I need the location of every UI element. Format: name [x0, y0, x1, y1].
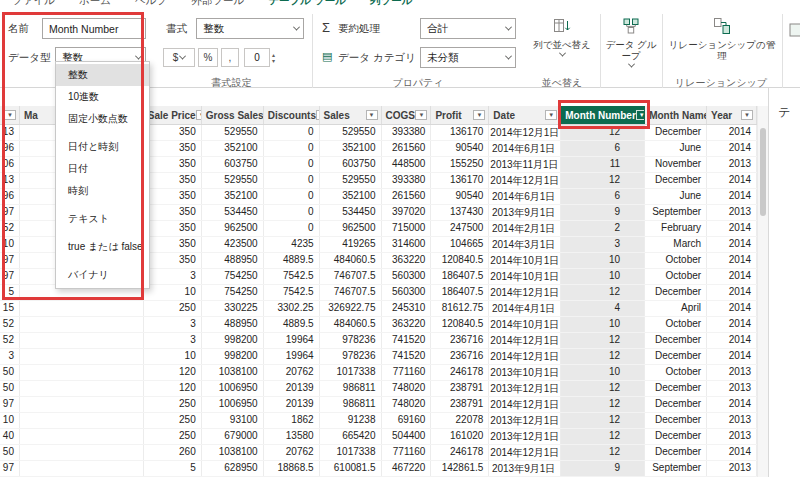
percent-button[interactable]: % [198, 48, 218, 67]
table-cell: 10 [0, 237, 20, 252]
vertical-scrollbar[interactable] [757, 106, 768, 477]
datatype-option[interactable]: 固定小数点数 [56, 108, 149, 130]
manage-relationships-button[interactable]: リレーションシップの管理 [668, 17, 776, 73]
table-cell [20, 397, 144, 412]
table-cell: 2014年12月1日 [489, 125, 561, 140]
table-row[interactable]: 152503302253302.25326922.7524531081612.7… [0, 301, 757, 317]
ribbon-tab[interactable]: ホーム [79, 0, 111, 7]
table-row[interactable]: 5012010381002076210173387711602461782013… [0, 365, 757, 381]
column-header-label: Profit [435, 110, 461, 121]
ribbon-tab[interactable]: テーブル ツール [268, 0, 346, 7]
table-cell: 20762 [264, 365, 320, 380]
table-cell [20, 429, 144, 444]
table-cell: 97 [0, 461, 20, 476]
datatype-option[interactable]: バイナリ [56, 264, 149, 286]
scrollbar-thumb[interactable] [760, 128, 766, 216]
column-header-cogs[interactable]: COGS▼ [382, 106, 432, 124]
table-cell: 484060.5 [320, 317, 382, 332]
table-cell: 350 [144, 253, 202, 268]
table-cell: 81612.75 [431, 301, 489, 316]
ribbon-tab[interactable]: 列ツール [370, 0, 413, 7]
table-cell: 3 [144, 317, 202, 332]
table-row[interactable]: 972501006950201399868117480202387912014年… [0, 397, 757, 413]
table-cell: 6 [561, 189, 645, 204]
ribbon-tab[interactable]: ヘルプ [135, 0, 167, 7]
category-combobox[interactable]: 未分類 [420, 47, 516, 68]
table-cell: 2014 [707, 285, 757, 300]
datatype-option[interactable]: 時刻 [56, 180, 149, 202]
table-cell: 746707.5 [320, 269, 382, 284]
table-cell: 12 [561, 381, 645, 396]
fields-pane-collapsed[interactable]: テ [768, 88, 800, 477]
column-header-profit[interactable]: Profit▼ [431, 106, 489, 124]
table-cell: 603750 [202, 157, 264, 172]
table-cell: 962500 [320, 221, 382, 236]
thousands-separator-button[interactable]: , [221, 48, 239, 67]
chevron-down-icon [558, 50, 565, 57]
filter-dropdown-icon[interactable]: ▼ [473, 110, 485, 120]
data-groups-button[interactable]: データ グループ [602, 17, 660, 73]
datatype-option[interactable]: 日付と時刻 [56, 136, 149, 158]
column-header-sales[interactable]: Sales▼ [320, 106, 382, 124]
table-cell: 350 [144, 173, 202, 188]
table-row[interactable]: 501201006950201399868117480202387912013年… [0, 381, 757, 397]
table-cell: 1017338 [320, 445, 382, 460]
filter-dropdown-icon[interactable]: ▼ [636, 110, 645, 120]
table-row[interactable]: 40250679000135806654205044001610202013年1… [0, 429, 757, 445]
spinner-arrows-icon[interactable]: ▴▾ [272, 52, 275, 64]
table-cell: 393380 [382, 125, 432, 140]
datatype-option[interactable]: 整数 [56, 64, 149, 86]
pane-title: テ [769, 104, 800, 121]
filter-dropdown-icon[interactable]: ▼ [415, 110, 427, 120]
currency-button[interactable]: $ [163, 48, 195, 67]
table-cell: June [645, 141, 707, 156]
column-header-date[interactable]: Date▼ [489, 106, 561, 124]
datatype-option[interactable]: true または false [56, 236, 149, 258]
table-cell: 2 [561, 221, 645, 236]
column-name-input[interactable]: Month Number [42, 18, 146, 39]
summarization-combobox[interactable]: 合計 [420, 18, 516, 39]
datatype-option[interactable]: テキスト [56, 208, 149, 230]
ribbon-tab[interactable]: 外部ツール [191, 0, 244, 7]
table-row[interactable]: 102509310018629123869160220782013年12月1日1… [0, 413, 757, 429]
sort-by-column-button[interactable]: 列で並べ替え [528, 17, 596, 73]
decimal-places-spinner[interactable]: 0 ▴▾ [244, 48, 275, 67]
table-cell: 13580 [264, 429, 320, 444]
table-row[interactable]: 5026010381002076210173387711602461782014… [0, 445, 757, 461]
datatype-option[interactable]: 10進数 [56, 86, 149, 108]
filter-dropdown-icon[interactable]: ▼ [545, 110, 557, 120]
column-header-month-name[interactable]: Month Name▼ [645, 106, 707, 124]
table-cell: 2014 [707, 333, 757, 348]
table-cell: 136170 [431, 173, 489, 188]
table-cell: 2013 [707, 461, 757, 476]
datatype-dropdown-list: 整数10進数固定小数点数日付と時刻日付時刻テキストtrue または falseバ… [55, 61, 150, 289]
table-cell: 610081.5 [320, 461, 382, 476]
table-row[interactable]: 310998200199649782367415202367162014年12月… [0, 349, 757, 365]
table-cell [20, 333, 144, 348]
column-header-month-number[interactable]: Month Number▼ [561, 106, 645, 124]
decimal-places-value[interactable]: 0 [244, 48, 270, 67]
column-header-year[interactable]: Year▼ [707, 106, 757, 124]
table-cell: 363220 [382, 317, 432, 332]
ribbon-tab[interactable]: ファイル [12, 0, 55, 7]
table-cell: 715000 [382, 221, 432, 236]
table-row[interactable]: 523998200199649782367415202367162014年12月… [0, 333, 757, 349]
datatype-option[interactable]: 日付 [56, 158, 149, 180]
column-header-clipped[interactable]: ▼ [0, 106, 20, 124]
column-header-discounts[interactable]: Discounts▼ [264, 106, 320, 124]
table-cell: 2013年9月1日 [489, 205, 561, 220]
table-cell: 2014年12月1日 [489, 333, 561, 348]
table-cell [20, 349, 144, 364]
filter-dropdown-icon[interactable]: ▼ [741, 110, 753, 120]
column-header-gross-sales[interactable]: Gross Sales▼ [202, 106, 264, 124]
filter-dropdown-icon[interactable]: ▼ [4, 110, 16, 120]
table-row[interactable]: 97562895018868.5610081.5467220142861.520… [0, 461, 757, 477]
table-cell: 352100 [202, 141, 264, 156]
column-header-sale-price[interactable]: Sale Price▼ [144, 106, 202, 124]
table-cell: 19964 [264, 349, 320, 364]
table-cell: 69160 [382, 413, 432, 428]
format-combobox[interactable]: 整数 [196, 18, 304, 39]
filter-dropdown-icon[interactable]: ▼ [366, 110, 378, 120]
table-cell: 12 [561, 397, 645, 412]
table-row[interactable]: 5234889504889.5484060.5363220120840.5201… [0, 317, 757, 333]
